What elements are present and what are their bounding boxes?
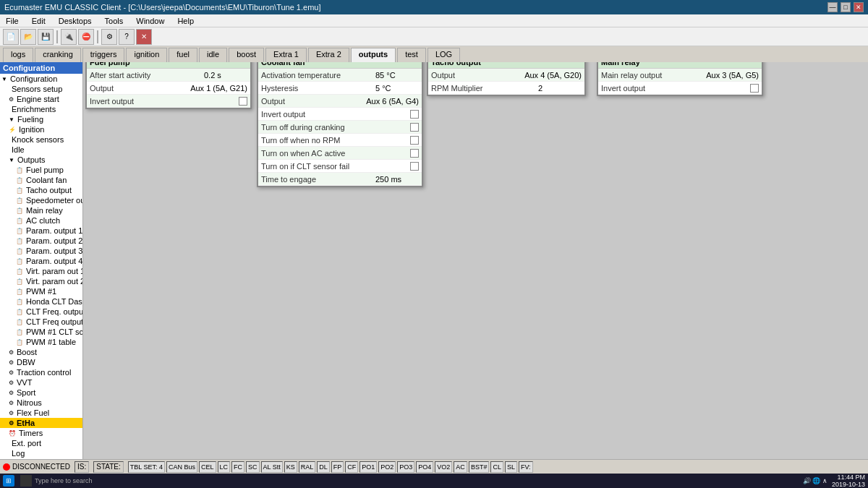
data-row: Hysteresis5 °C bbox=[258, 82, 422, 95]
sidebar-item-dbw[interactable]: ⚙DBW bbox=[0, 357, 82, 367]
sidebar-item-sport[interactable]: ⚙Sport bbox=[0, 388, 82, 398]
section-header: Main relay bbox=[598, 62, 762, 69]
sidebar-item-tacho-output[interactable]: 📋Tacho output bbox=[0, 185, 82, 195]
sidebar-item-configuration[interactable]: ▼Configuration bbox=[0, 74, 82, 84]
menu-help[interactable]: Help bbox=[174, 16, 197, 26]
start-button[interactable]: ⊞ bbox=[3, 475, 14, 487]
tab-bar: logscrankingtriggersignitionfuelidleboos… bbox=[0, 46, 868, 62]
tab-extra-1[interactable]: Extra 1 bbox=[265, 48, 307, 62]
menu-edit[interactable]: Edit bbox=[29, 16, 48, 26]
sidebar-item-param--output-2[interactable]: 📋Param. output 2 bbox=[0, 236, 82, 246]
menu-window[interactable]: Window bbox=[133, 16, 167, 26]
sidebar-item-enrichments[interactable]: Enrichments bbox=[0, 104, 82, 114]
toolbar-open[interactable]: 📂 bbox=[20, 29, 36, 45]
toolbar-save[interactable]: 💾 bbox=[38, 29, 54, 45]
toolbar: 📄 📂 💾 🔌 ⛔ ⚙ ? ✕ bbox=[0, 27, 868, 46]
tab-boost[interactable]: boost bbox=[229, 48, 264, 62]
window-fuel-pump: Outputs - Fuel pump _ □ ✕ 💾 📂 ?Fuel pump… bbox=[85, 62, 252, 109]
toolbar-disconnect[interactable]: ⛔ bbox=[78, 29, 94, 45]
data-row: Time to engage250 ms bbox=[258, 173, 422, 186]
sidebar-item-fuel-pump[interactable]: 📋Fuel pump bbox=[0, 165, 82, 175]
toolbar-connect[interactable]: 🔌 bbox=[61, 29, 77, 45]
sidebar-item-clt-freq-output[interactable]: 📋CLT Freq output bbox=[0, 317, 82, 327]
toolbar-close[interactable]: ✕ bbox=[136, 29, 152, 45]
sidebar-item-clt-freq--output[interactable]: 📋CLT Freq. output bbox=[0, 307, 82, 317]
row-value: Aux 4 (5A, G20) bbox=[524, 71, 582, 80]
sidebar-item-param--output-4[interactable]: 📋Param. output 4 bbox=[0, 256, 82, 266]
tab-triggers[interactable]: triggers bbox=[82, 48, 125, 62]
status-indicator: SC bbox=[246, 461, 260, 473]
toolbar-sep2 bbox=[97, 30, 98, 43]
menu-tools[interactable]: Tools bbox=[102, 16, 127, 26]
tab-outputs[interactable]: outputs bbox=[351, 48, 396, 62]
tab-extra-2[interactable]: Extra 2 bbox=[308, 48, 349, 62]
sidebar-item-etha[interactable]: ⚙EtHa bbox=[0, 418, 82, 428]
tab-test[interactable]: test bbox=[397, 48, 426, 62]
sidebar-item-pwm-#1-clt-scale[interactable]: 📋PWM #1 CLT scale bbox=[0, 327, 82, 337]
sidebar-item-ext--port[interactable]: Ext. port bbox=[0, 438, 82, 448]
close-button[interactable]: ✕ bbox=[854, 2, 864, 12]
sidebar-item-idle[interactable]: Idle bbox=[0, 145, 82, 155]
sidebar-item-speedometer-out[interactable]: 📋Speedometer out bbox=[0, 195, 82, 205]
row-checkbox[interactable] bbox=[410, 110, 419, 119]
row-label: Output bbox=[261, 97, 366, 106]
tab-ignition[interactable]: ignition bbox=[126, 48, 167, 62]
sidebar-item-param--output-1[interactable]: 📋Param. output 1 bbox=[0, 226, 82, 236]
sidebar-item-honda-clt-dash[interactable]: 📋Honda CLT Dash bbox=[0, 296, 82, 307]
row-checkbox[interactable] bbox=[750, 84, 759, 93]
toolbar-help[interactable]: ? bbox=[119, 29, 135, 45]
status-indicator: LC bbox=[218, 461, 231, 473]
window-main-relay: Outputs - Main relay _ □ ✕ 💾 📂 ?Main rel… bbox=[597, 62, 763, 96]
tab-log[interactable]: LOG bbox=[427, 48, 460, 62]
sidebar-item-virt--param-out-1[interactable]: 📋Virt. param out 1 bbox=[0, 266, 82, 276]
menu-desktops[interactable]: Desktops bbox=[56, 16, 95, 26]
tab-fuel[interactable]: fuel bbox=[169, 48, 197, 62]
row-checkbox[interactable] bbox=[410, 162, 419, 171]
status-indicator: TBL SET: 4 bbox=[128, 461, 165, 473]
sidebar-item-log[interactable]: Log bbox=[0, 448, 82, 458]
sidebar-item-pwm-#1[interactable]: 📋PWM #1 bbox=[0, 286, 82, 296]
menu-file[interactable]: File bbox=[3, 16, 22, 26]
minimize-button[interactable]: — bbox=[827, 2, 838, 12]
sidebar-item-boost[interactable]: ⚙Boost bbox=[0, 347, 82, 357]
taskbar: ⊞ Type here to search 🔊 🌐 ∧ 11:44 PM 201… bbox=[0, 474, 868, 488]
sidebar-item-timers[interactable]: ⏰Timers bbox=[0, 428, 82, 438]
sidebar-item-vvt[interactable]: ⚙VVT bbox=[0, 377, 82, 388]
row-checkbox[interactable] bbox=[410, 149, 419, 158]
sidebar-item-ac-clutch[interactable]: 📋AC clutch bbox=[0, 215, 82, 226]
sidebar-item-ignition[interactable]: ⚡Ignition bbox=[0, 124, 82, 134]
sidebar-item-virt--param-out-2[interactable]: 📋Virt. param out 2 bbox=[0, 276, 82, 286]
sidebar: Configuration▼ConfigurationSensors setup… bbox=[0, 62, 83, 459]
title-controls[interactable]: — □ ✕ bbox=[827, 2, 864, 12]
sidebar-item-traction-control[interactable]: ⚙Traction control bbox=[0, 367, 82, 377]
tab-logs[interactable]: logs bbox=[3, 48, 33, 62]
section-header: Tacho output bbox=[428, 62, 584, 69]
sidebar-item-coolant-fan[interactable]: 📋Coolant fan bbox=[0, 175, 82, 185]
tab-cranking[interactable]: cranking bbox=[35, 48, 81, 62]
tab-idle[interactable]: idle bbox=[199, 48, 227, 62]
row-value: 5 °C bbox=[375, 84, 419, 93]
taskbar-search[interactable] bbox=[20, 475, 32, 487]
status-indicator: FP bbox=[331, 461, 344, 473]
restore-button[interactable]: □ bbox=[841, 2, 851, 12]
sidebar-item-outputs[interactable]: ▼Outputs bbox=[0, 155, 82, 165]
sidebar-item-flex-fuel[interactable]: ⚙Flex Fuel bbox=[0, 408, 82, 418]
row-checkbox[interactable] bbox=[410, 136, 419, 145]
sidebar-item-param--output-3[interactable]: 📋Param. output 3 bbox=[0, 246, 82, 256]
sidebar-item-main-relay[interactable]: 📋Main relay bbox=[0, 205, 82, 215]
sidebar-item-knock-sensors[interactable]: Knock sensors bbox=[0, 134, 82, 145]
sidebar-item-pwm-#1-table[interactable]: 📋PWM #1 table bbox=[0, 337, 82, 347]
toolbar-new[interactable]: 📄 bbox=[3, 29, 19, 45]
status-indicator: PO4 bbox=[416, 461, 433, 473]
data-row: After start activity0.2 s bbox=[87, 69, 250, 82]
row-checkbox[interactable] bbox=[410, 123, 419, 132]
toolbar-settings[interactable]: ⚙ bbox=[101, 29, 117, 45]
sidebar-item-nitrous[interactable]: ⚙Nitrous bbox=[0, 398, 82, 408]
workspace: Outputs - Fuel pump _ □ ✕ 💾 📂 ?Fuel pump… bbox=[83, 62, 868, 459]
sidebar-item-sensors-setup[interactable]: Sensors setup bbox=[0, 84, 82, 94]
section-header: Coolant fan bbox=[258, 62, 422, 69]
sidebar-item-engine-start[interactable]: ⚙Engine start bbox=[0, 94, 82, 104]
sidebar-item-fueling[interactable]: ▼Fueling bbox=[0, 114, 82, 124]
taskbar-icons: 🔊 🌐 ∧ bbox=[803, 477, 827, 484]
row-checkbox[interactable] bbox=[239, 97, 247, 106]
